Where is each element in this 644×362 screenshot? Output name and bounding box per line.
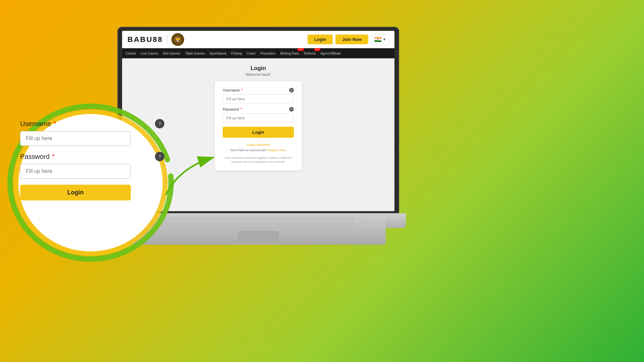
hot-badge-referral: HOT (314, 48, 321, 51)
logo-text: BABU88 (127, 35, 163, 44)
login-form-button[interactable]: Login (223, 127, 294, 138)
login-subtitle: Welcome back! (246, 72, 271, 76)
nav-referral[interactable]: Referral HOT (304, 52, 316, 55)
nav-cricket[interactable]: Cricket (125, 52, 136, 55)
password-field-row: Password * ? (223, 107, 294, 112)
keyboard-area (131, 215, 386, 245)
login-button[interactable]: Login (308, 35, 333, 44)
password-help-icon[interactable]: ? (289, 107, 294, 112)
logo-emblem: 🦁 (171, 33, 184, 46)
zoom-username-row: Username * ? (20, 119, 164, 128)
nav-table-games[interactable]: Table Games (185, 52, 205, 55)
trackpad[interactable] (238, 231, 278, 241)
username-required-star: * (241, 88, 243, 92)
no-account-row: Don't have an account yet? Register here (223, 148, 294, 152)
zoom-form-container: Username * ? Password * ? Login (20, 119, 164, 200)
join-now-button[interactable]: Join Now (335, 35, 368, 44)
zoom-login-button[interactable]: Login (20, 185, 131, 200)
login-title: Login (251, 65, 266, 72)
zoom-password-input[interactable] (20, 164, 131, 179)
logo-area: BABU88 🦁 (127, 33, 184, 46)
forgot-password-row: Forgot Password (223, 141, 294, 147)
support-text: If you encounter any issue logging in, p… (223, 156, 294, 164)
zoom-username-label: Username (20, 120, 51, 128)
forgot-password-link[interactable]: Forgot Password (247, 143, 270, 146)
zoom-password-label: Password (20, 153, 50, 161)
username-label: Username (223, 88, 240, 92)
zoom-password-row: Password * ? (20, 152, 164, 161)
password-required-star: * (240, 107, 241, 111)
nav-betting-pass[interactable]: Betting Pass HOT (280, 52, 299, 55)
nav-agent-affiliate[interactable]: Agent Affiliate (320, 52, 341, 55)
nav-slot-games[interactable]: Slot Games (163, 52, 180, 55)
nav-promotion[interactable]: Promotion (260, 52, 276, 55)
zoom-password-required-star: * (52, 153, 55, 160)
username-field-row: Username * ? (223, 88, 294, 93)
zoom-username-help-icon[interactable]: ? (155, 119, 164, 128)
hot-badge-betting: HOT (298, 48, 304, 51)
language-selector[interactable]: 🇮🇳 ▼ (371, 34, 389, 45)
username-input[interactable] (223, 94, 294, 104)
nav-live-casino[interactable]: Live Casino (141, 52, 158, 55)
username-help-icon[interactable]: ? (289, 88, 294, 93)
zoom-username-required-star: * (54, 120, 56, 127)
password-label: Password (223, 107, 239, 111)
nav-fishing[interactable]: Fishing (231, 52, 242, 55)
login-form-card: Username * ? Password * ? Login (215, 81, 302, 171)
register-link[interactable]: Register here (268, 148, 286, 152)
zoom-password-help-icon[interactable]: ? (155, 152, 164, 161)
header-actions: Login Join Now 🇮🇳 ▼ (308, 34, 389, 45)
no-account-text: Don't have an account yet? (230, 148, 267, 152)
zoom-username-input[interactable] (20, 131, 131, 146)
nav-sportsbook[interactable]: Sportsbook (210, 52, 227, 55)
password-input[interactable] (223, 113, 294, 123)
chevron-down-icon: ▼ (383, 38, 386, 41)
flag-icon: 🇮🇳 (374, 36, 381, 43)
nav-crash[interactable]: Crash (247, 52, 256, 55)
logo-divider (167, 35, 167, 45)
